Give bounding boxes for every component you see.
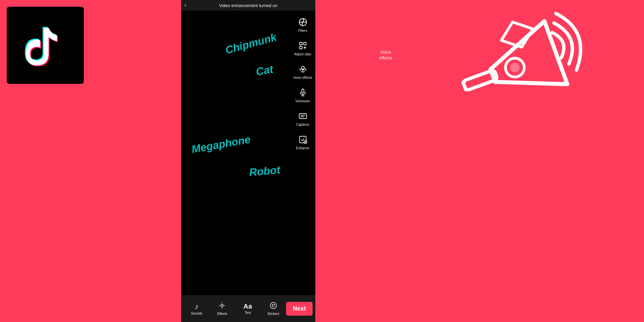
adjust-clips-icon	[297, 40, 309, 52]
cat-label: Cat	[255, 63, 274, 78]
svg-rect-4	[300, 46, 302, 49]
voice-effects-icon	[297, 63, 309, 75]
video-content: Chipmunk Cat Megaphone Robot	[181, 11, 290, 295]
svg-point-20	[270, 302, 276, 308]
voice-effects-sidebar-label: Voiceeffects	[372, 50, 399, 61]
top-bar: ‹ Video enhancement turned on	[181, 0, 315, 11]
effects-icon	[218, 302, 226, 311]
toolbar-item-filters[interactable]: Filters	[290, 13, 315, 36]
stickers-icon	[270, 302, 277, 311]
svg-point-22	[274, 305, 275, 305]
svg-point-15	[221, 304, 223, 307]
svg-rect-3	[304, 42, 306, 45]
toolbar-item-voice-effects[interactable]: Voice effects	[290, 60, 315, 83]
right-toolbar: Filters Adjust clips	[290, 11, 315, 295]
phone-panel: ‹ Video enhancement turned on Chipmunk C…	[181, 0, 315, 322]
bottom-tool-sounds[interactable]: ♪ Sounds	[184, 300, 209, 318]
tiktok-logo	[7, 7, 84, 84]
bottom-tool-effects[interactable]: Effects	[209, 299, 235, 318]
enhance-icon	[297, 133, 309, 146]
svg-point-27	[509, 62, 521, 74]
enhance-label: Enhance	[296, 146, 309, 150]
bottom-tool-text[interactable]: Aa Text	[235, 300, 261, 317]
bottom-tool-stickers[interactable]: Stickers	[261, 299, 286, 318]
video-enhancement-text: Video enhancement turned on	[219, 3, 277, 8]
svg-rect-2	[300, 42, 302, 45]
chipmunk-label: Chipmunk	[224, 31, 278, 56]
video-area: Chipmunk Cat Megaphone Robot Filters	[181, 11, 315, 295]
stickers-label: Stickers	[267, 312, 279, 316]
sounds-icon: ♪	[195, 302, 199, 311]
right-panel: Voiceeffects	[315, 0, 644, 322]
next-button[interactable]: Next	[286, 302, 313, 316]
megaphone-label: Megaphone	[191, 133, 252, 156]
svg-rect-7	[302, 89, 304, 93]
toolbar-item-enhance[interactable]: Enhance	[290, 131, 315, 153]
voice-effects-label: Voice effects	[293, 76, 312, 80]
left-panel	[0, 0, 181, 322]
captions-label: Captions	[296, 123, 309, 127]
back-arrow[interactable]: ‹	[184, 2, 186, 8]
voiceover-label: Voiceover	[296, 99, 310, 103]
filters-label: Filters	[298, 29, 307, 33]
text-label: Text	[245, 311, 251, 315]
effects-label: Effects	[217, 312, 227, 316]
captions-icon	[297, 110, 309, 122]
svg-point-21	[272, 305, 273, 305]
toolbar-item-adjust-clips[interactable]: Adjust clips	[290, 37, 315, 59]
adjust-clips-label: Adjust clips	[294, 52, 311, 56]
svg-rect-10	[299, 113, 307, 118]
filters-icon	[297, 16, 309, 28]
bottom-toolbar: ♪ Sounds Effects Aa	[181, 295, 315, 322]
bottom-tools: ♪ Sounds Effects Aa	[184, 299, 286, 318]
robot-label: Robot	[249, 164, 280, 179]
toolbar-item-voiceover[interactable]: Voiceover	[290, 84, 315, 106]
sounds-label: Sounds	[191, 312, 202, 315]
toolbar-item-captions[interactable]: Captions	[290, 107, 315, 129]
voiceover-icon	[297, 87, 309, 99]
svg-line-25	[463, 82, 466, 90]
text-icon: Aa	[244, 303, 252, 310]
megaphone-illustration	[443, 3, 610, 138]
